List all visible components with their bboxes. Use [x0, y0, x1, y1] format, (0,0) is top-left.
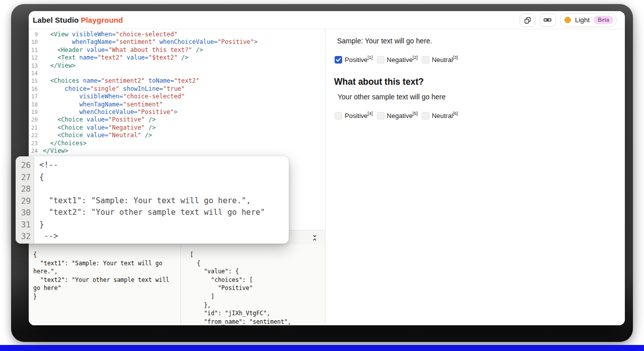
preview-panel: Sample: Your text will go here. Positive… — [326, 29, 625, 325]
choice-hotkey: [1] — [368, 55, 373, 60]
editor-magnifier-overlay[interactable]: 26272829303132 <!-- { "text1": "Sample: … — [16, 156, 289, 244]
line-code: choice="single" showInLine="true" — [38, 85, 185, 93]
sample-text-1: Sample: Your text will go here. — [337, 37, 615, 45]
line-code: </View> — [38, 62, 76, 70]
line-number: 24 — [29, 147, 38, 155]
taskbar-strip — [0, 345, 644, 351]
input-json-panel[interactable]: { "text1": "Sample: Your text will go he… — [29, 245, 181, 325]
sample-text-2: Your other sample text will go here — [338, 93, 615, 101]
screen: Label Studio Playground — [0, 0, 644, 351]
editor-line: 16 choice="single" showInLine="true" — [29, 85, 325, 93]
editor-line: 14 — [29, 70, 325, 77]
choice-checkbox-negative[interactable]: Negative[5] — [377, 111, 418, 120]
checkbox-unchecked[interactable] — [377, 112, 384, 120]
copy-button[interactable] — [520, 14, 536, 27]
choice-label: Neutral[6] — [432, 111, 458, 120]
line-number: 21 — [29, 124, 38, 132]
line-number: 19 — [29, 108, 38, 116]
bottom-panels: { "text1": "Sample: Your text will go he… — [29, 230, 325, 325]
magnifier-code: <!-- { "text1": "Sample: Your text will … — [34, 156, 265, 244]
editor-line: 24</View> — [29, 147, 325, 155]
share-link-button[interactable] — [540, 14, 556, 27]
choice-hotkey: [6] — [453, 111, 458, 116]
line-code: <Choice value="Positive" /> — [38, 116, 156, 124]
checkbox-unchecked[interactable] — [377, 56, 384, 64]
editor-line: 22 <Choice value="Neutral" /> — [29, 132, 325, 139]
app-title: Label Studio Playground — [33, 16, 123, 24]
line-code: whenTagName="sentiment" — [38, 101, 163, 108]
magnifier-line-number: 32 — [16, 230, 34, 243]
choice-checkbox-negative[interactable]: Negative[2] — [377, 55, 418, 64]
line-number: 14 — [29, 70, 38, 77]
line-code: <View visibleWhen="choice-selected" — [38, 31, 177, 38]
line-number: 16 — [29, 85, 38, 93]
choice-hotkey: [2] — [413, 55, 418, 60]
magnifier-line-number: 28 — [16, 183, 34, 195]
choice-label: Positive[1] — [345, 55, 373, 64]
theme-toggle[interactable]: Light Beta — [560, 13, 617, 27]
line-code: </Choices> — [38, 140, 87, 147]
choice-checkbox-neutral[interactable]: Neutral[6] — [422, 111, 458, 120]
output-json-panel[interactable]: [ { "value": { "choices": [ "Positive" ]… — [181, 245, 325, 325]
magnifier-line-number: 30 — [16, 207, 34, 219]
titlebar: Label Studio Playground — [29, 11, 625, 29]
choice-hotkey: [3] — [453, 55, 458, 60]
editor-line: 15 <Choices name="sentiment2" toName="te… — [29, 77, 325, 85]
editor-line: 20 <Choice value="Positive" /> — [29, 116, 325, 124]
magnifier-gutter: 26272829303132 — [16, 156, 34, 244]
editor-line: 17 visibleWhen="choice-selected" — [29, 93, 325, 100]
line-code: whenChoiceValue="Positive"> — [38, 108, 177, 116]
app-title-accent: Playground — [81, 16, 123, 24]
link-icon — [543, 16, 552, 24]
line-number: 18 — [29, 101, 38, 108]
line-code: <Text name="text2" value="$text2" /> — [38, 54, 188, 62]
line-number: 13 — [29, 62, 38, 70]
input-json-code: { "text1": "Sample: Your text will go he… — [33, 251, 178, 301]
theme-label: Light — [575, 16, 590, 24]
choices-row-1: Positive[1]Negative[2]Neutral[3] — [335, 55, 615, 64]
choice-label: Positive[4] — [345, 111, 373, 120]
choice-label: Neutral[3] — [432, 55, 458, 64]
line-number: 17 — [29, 93, 38, 100]
editor-line: 9 <View visibleWhen="choice-selected" — [29, 31, 325, 38]
checkbox-unchecked[interactable] — [335, 112, 342, 120]
choice-hotkey: [4] — [368, 111, 373, 116]
magnifier-line-number: 29 — [16, 195, 34, 207]
editor-line: 23 </Choices> — [29, 140, 325, 147]
line-code: visibleWhen="choice-selected" — [38, 93, 185, 100]
line-number: 9 — [29, 31, 38, 38]
choice-checkbox-positive[interactable]: Positive[4] — [335, 111, 373, 120]
line-number: 15 — [29, 77, 38, 85]
checkbox-checked[interactable] — [335, 56, 342, 64]
panels-body: { "text1": "Sample: Your text will go he… — [29, 245, 325, 325]
editor-line: 21 <Choice value="Negative" /> — [29, 124, 325, 132]
collapse-panel-button[interactable] — [310, 233, 319, 242]
editor-line: 12 <Text name="text2" value="$text2" /> — [29, 54, 325, 62]
line-number: 22 — [29, 132, 38, 139]
editor-line: 13 </View> — [29, 62, 325, 70]
editor-line: 10 whenTagName="sentiment" whenChoiceVal… — [29, 38, 325, 46]
choices-row-2: Positive[4]Negative[5]Neutral[6] — [335, 111, 615, 120]
choice-label: Negative[2] — [387, 55, 418, 64]
line-code: <Header value="What about this text?" /> — [38, 46, 203, 54]
editor-line: 19 whenChoiceValue="Positive"> — [29, 108, 325, 116]
line-code: <Choice value="Negative" /> — [38, 124, 156, 132]
checkbox-unchecked[interactable] — [422, 56, 429, 64]
choice-hotkey: [5] — [413, 111, 418, 116]
line-number: 11 — [29, 46, 38, 54]
line-code: </View> — [38, 147, 69, 155]
editor-line: 11 <Header value="What about this text?"… — [29, 46, 325, 54]
theme-dot-icon — [564, 17, 571, 23]
choice-checkbox-positive[interactable]: Positive[1] — [335, 55, 373, 64]
line-code: <Choice value="Neutral" /> — [38, 132, 152, 139]
copy-icon — [524, 16, 532, 24]
choice-checkbox-neutral[interactable]: Neutral[3] — [422, 55, 458, 64]
line-number: 10 — [29, 38, 38, 46]
checkbox-unchecked[interactable] — [422, 112, 429, 120]
output-json-code: [ { "value": { "choices": [ "Positive" ]… — [190, 251, 325, 325]
titlebar-actions: Light Beta — [520, 13, 617, 27]
question-header: What about this text? — [334, 77, 615, 87]
line-code: <Choices name="sentiment2" toName="text2… — [38, 77, 200, 85]
magnifier-line-number: 26 — [16, 159, 34, 171]
line-number: 20 — [29, 116, 38, 124]
